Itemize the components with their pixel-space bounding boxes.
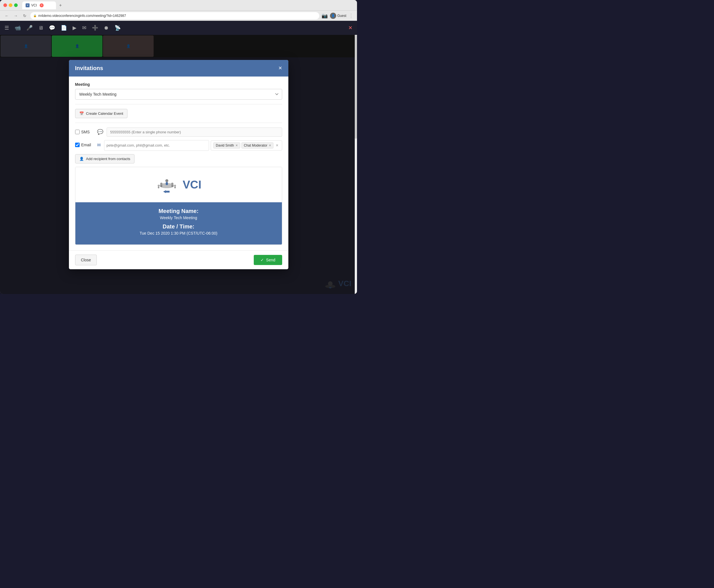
- add-icon[interactable]: ➕: [92, 25, 98, 31]
- svg-rect-5: [166, 182, 168, 185]
- invite-details-section: Meeting Name: Weekly Tech Meeting Date /…: [76, 202, 282, 245]
- refresh-button[interactable]: ↻: [21, 13, 28, 19]
- recipient-name-moderator: Chat Moderator: [244, 144, 267, 147]
- divider-2: [75, 123, 282, 123]
- url-text: m4demo.videoconferencinginfo.com/meeting…: [38, 14, 126, 18]
- svg-rect-9: [171, 185, 173, 187]
- svg-rect-11: [158, 187, 159, 189]
- email-label: Email: [81, 143, 96, 147]
- clear-all-button[interactable]: ×: [275, 142, 279, 149]
- calendar-icon: 📅: [79, 111, 84, 115]
- meeting-icon: [155, 175, 178, 194]
- email-recipients-container: [104, 140, 209, 151]
- minimize-traffic-light[interactable]: [9, 3, 13, 7]
- sms-checkbox-wrapper: SMS 💬: [75, 129, 103, 135]
- page-scrollbar[interactable]: [355, 35, 357, 294]
- traffic-lights: [3, 3, 18, 7]
- tab-close-button[interactable]: ×: [40, 3, 44, 7]
- sms-checkbox[interactable]: [75, 130, 80, 134]
- svg-rect-13: [174, 187, 176, 189]
- svg-point-6: [160, 183, 163, 185]
- svg-marker-14: [163, 190, 166, 193]
- modal-footer: Close ✓ Send: [69, 250, 288, 269]
- phone-input[interactable]: [107, 127, 282, 137]
- meeting-label: Meeting: [75, 82, 282, 87]
- browser-menu-icon[interactable]: ⋮: [349, 13, 354, 19]
- maximize-traffic-light[interactable]: [14, 3, 18, 7]
- email-input[interactable]: [107, 142, 207, 149]
- app-toolbar: ☰ 📹 🎤 🖥 💬 📄 ▶ ✉ ➕ ⏺ 📡 ✕: [0, 21, 357, 35]
- email-row: Email ✉: [75, 140, 282, 151]
- datetime-label: Date / Time:: [81, 224, 276, 230]
- camera-icon[interactable]: 📷: [321, 13, 328, 19]
- lock-icon: 🔒: [33, 14, 37, 17]
- address-bar[interactable]: 🔒 m4demo.videoconferencinginfo.com/meeti…: [30, 12, 319, 19]
- forward-button[interactable]: →: [13, 13, 19, 19]
- mic-icon[interactable]: 🎤: [26, 25, 33, 31]
- send-label: Send: [266, 258, 275, 262]
- svg-rect-7: [160, 185, 162, 187]
- create-calendar-event-button[interactable]: 📅 Create Calendar Event: [75, 109, 127, 118]
- tab-favicon: V: [26, 3, 29, 7]
- close-button[interactable]: Close: [75, 255, 97, 265]
- sms-row: SMS 💬: [75, 127, 282, 137]
- email-checkbox[interactable]: [75, 143, 80, 147]
- mail-icon[interactable]: ✉: [82, 25, 86, 31]
- svg-rect-15: [166, 190, 170, 192]
- email-icon: ✉: [97, 142, 101, 148]
- invitation-preview: VCI Meeting Name: Weekly Tech Meeting Da…: [75, 167, 282, 245]
- screen-share-icon[interactable]: 🖥: [38, 25, 43, 31]
- video-icon[interactable]: 📹: [15, 25, 21, 31]
- browser-titlebar: V VCI × +: [0, 0, 357, 11]
- invitations-modal: Invitations × Meeting Weekly Tech Meetin…: [69, 60, 288, 269]
- meeting-select[interactable]: Weekly Tech Meeting: [75, 89, 282, 100]
- app-body: ▾ Conference Details 📝 Weekly S... Call …: [0, 35, 357, 294]
- recipient-tag-moderator: Chat Moderator ×: [241, 142, 273, 149]
- browser-tab-vci[interactable]: V VCI ×: [22, 1, 56, 9]
- back-button[interactable]: ←: [3, 13, 10, 19]
- new-tab-button[interactable]: +: [57, 2, 64, 9]
- browser-window: V VCI × + ← → ↻ 🔒 m4demo.videoconferenci…: [0, 0, 357, 294]
- modal-title: Invitations: [75, 65, 103, 71]
- end-call-icon[interactable]: ✕: [348, 25, 353, 31]
- vci-logo-text: VCI: [183, 178, 202, 191]
- send-icon: ✓: [260, 258, 264, 262]
- tab-label: VCI: [31, 3, 37, 7]
- add-recipient-label: Add recipient from contacts: [86, 157, 130, 161]
- doc-icon[interactable]: 📄: [61, 25, 67, 31]
- meeting-name-value: Weekly Tech Meeting: [81, 215, 276, 220]
- scrollbar-thumb[interactable]: [355, 35, 357, 139]
- add-recipient-icon: 👤: [79, 157, 84, 161]
- recipient-remove-david[interactable]: ×: [236, 144, 238, 147]
- modal-body: Meeting Weekly Tech Meeting 📅 Create Cal…: [69, 77, 288, 250]
- close-traffic-light[interactable]: [3, 3, 7, 7]
- modal-backdrop: Invitations × Meeting Weekly Tech Meetin…: [0, 35, 357, 294]
- recipient-tag-david: David Smith ×: [213, 142, 240, 149]
- app-area: ☰ 📹 🎤 🖥 💬 📄 ▶ ✉ ➕ ⏺ 📡 ✕ ▾ Conference Det…: [0, 21, 357, 294]
- play-icon[interactable]: ▶: [72, 25, 77, 31]
- tab-bar: V VCI × +: [22, 1, 354, 9]
- email-checkbox-wrapper: Email ✉: [75, 140, 101, 148]
- chat-icon[interactable]: 💬: [49, 25, 55, 31]
- menu-icon[interactable]: ☰: [4, 25, 9, 31]
- address-bar-row: ← → ↻ 🔒 m4demo.videoconferencinginfo.com…: [0, 11, 357, 21]
- user-button[interactable]: 👤 Guest: [330, 13, 346, 19]
- add-recipient-button[interactable]: 👤 Add recipient from contacts: [75, 154, 135, 164]
- create-calendar-label: Create Calendar Event: [86, 111, 123, 115]
- svg-point-12: [174, 185, 176, 187]
- modal-close-button[interactable]: ×: [278, 65, 282, 71]
- meeting-name-label: Meeting Name:: [81, 208, 276, 214]
- svg-point-10: [158, 185, 160, 187]
- sms-icon: 💬: [97, 129, 103, 135]
- recipient-remove-moderator[interactable]: ×: [269, 144, 271, 147]
- main-content: 👤 👤 👤 VCI: [0, 35, 357, 294]
- user-avatar: 👤: [330, 13, 336, 19]
- record-icon[interactable]: ⏺: [104, 25, 109, 31]
- modal-header: Invitations ×: [69, 60, 288, 77]
- broadcast-icon[interactable]: 📡: [114, 25, 121, 31]
- send-button[interactable]: ✓ Send: [254, 255, 282, 265]
- recipient-name-david: David Smith: [216, 144, 234, 147]
- divider-1: [75, 104, 282, 104]
- svg-point-4: [165, 179, 168, 182]
- invite-logo-area: VCI: [76, 167, 282, 202]
